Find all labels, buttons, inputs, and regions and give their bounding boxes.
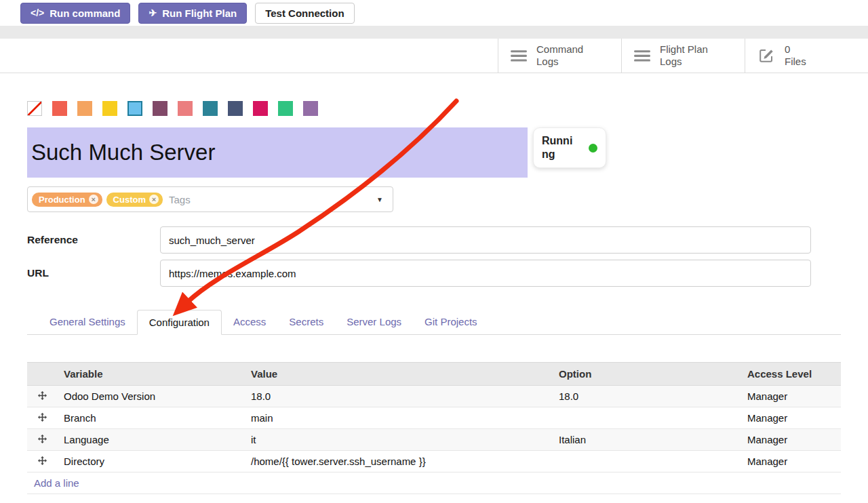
tags-input[interactable]: Production × Custom × Tags ▼ xyxy=(27,186,393,212)
color-swatch-purple[interactable] xyxy=(303,101,318,116)
tab-secrets[interactable]: Secrets xyxy=(277,310,335,334)
server-name-input[interactable]: Such Much Server xyxy=(27,127,528,178)
option-column-header: Option xyxy=(552,363,741,386)
color-picker xyxy=(27,100,841,117)
cell-value[interactable]: 18.0 xyxy=(244,386,552,407)
tag-custom-label: Custom xyxy=(113,195,146,205)
cell-variable[interactable]: Odoo Demo Version xyxy=(57,386,244,407)
add-line-row: Add a line xyxy=(27,472,841,494)
run-command-button[interactable]: </> Run command xyxy=(20,3,130,24)
configuration-table: Variable Value Option Access Level Odoo … xyxy=(27,362,841,494)
color-swatch-none[interactable] xyxy=(27,101,42,116)
status-label: Running xyxy=(542,134,578,161)
remove-tag-icon[interactable]: × xyxy=(89,195,98,204)
test-connection-button[interactable]: Test Connection xyxy=(255,3,354,24)
flight-plan-logs-button[interactable]: Flight Plan Logs xyxy=(621,39,745,73)
dropdown-caret-icon[interactable]: ▼ xyxy=(376,196,383,203)
cell-access-level[interactable]: Manager xyxy=(741,451,841,472)
table-row[interactable]: Language it Italian Manager xyxy=(27,429,841,451)
top-toolbar: </> Run command ✈ Run Flight Plan Test C… xyxy=(0,0,868,26)
cell-option[interactable]: Italian xyxy=(552,429,741,451)
variable-column-header: Variable xyxy=(57,363,244,386)
edit-icon xyxy=(757,47,775,64)
drag-handle[interactable] xyxy=(27,407,57,429)
tab-general-settings[interactable]: General Settings xyxy=(38,310,137,334)
form-statusbar: Command Logs Flight Plan Logs 0 Files xyxy=(0,39,868,73)
move-icon xyxy=(38,456,47,465)
run-command-label: Run command xyxy=(50,7,120,19)
tag-production-label: Production xyxy=(39,195,85,205)
color-swatch-magenta[interactable] xyxy=(253,101,268,116)
table-row[interactable]: Branch main Manager xyxy=(27,407,841,429)
table-header-row: Variable Value Option Access Level xyxy=(27,363,841,386)
color-swatch-teal[interactable] xyxy=(203,101,218,116)
cell-value[interactable]: /home/{{ tower.server.ssh_username }} xyxy=(244,451,552,472)
plane-icon: ✈ xyxy=(149,7,157,18)
cell-variable[interactable]: Directory xyxy=(57,451,244,472)
color-swatch-yellow[interactable] xyxy=(102,101,117,116)
color-swatch-salmon[interactable] xyxy=(178,101,193,116)
status-running-dot xyxy=(589,144,597,153)
url-label: URL xyxy=(27,267,160,279)
url-field-row: URL xyxy=(27,260,841,287)
tag-production: Production × xyxy=(32,193,102,207)
move-icon xyxy=(38,391,47,400)
form-sheet: Such Much Server Running Production × Cu… xyxy=(0,100,868,494)
reference-field-row: Reference xyxy=(27,226,841,254)
add-a-line-link[interactable]: Add a line xyxy=(34,477,79,489)
color-swatch-navy[interactable] xyxy=(228,101,243,116)
reference-input[interactable] xyxy=(160,226,811,254)
tab-server-logs[interactable]: Server Logs xyxy=(335,310,413,334)
drag-handle[interactable] xyxy=(27,451,57,472)
tags-placeholder: Tags xyxy=(169,194,191,205)
tab-access[interactable]: Access xyxy=(222,310,277,334)
tab-git-projects[interactable]: Git Projects xyxy=(413,310,489,334)
color-swatch-red[interactable] xyxy=(52,101,67,116)
files-button[interactable]: 0 Files xyxy=(745,39,868,73)
cell-variable[interactable]: Language xyxy=(57,429,244,451)
cell-variable[interactable]: Branch xyxy=(57,407,244,429)
url-input[interactable] xyxy=(160,260,811,287)
bars-icon xyxy=(634,49,650,62)
color-swatch-cyan-selected[interactable] xyxy=(127,101,142,116)
move-icon xyxy=(38,413,47,422)
test-connection-label: Test Connection xyxy=(265,7,344,19)
cell-access-level[interactable]: Manager xyxy=(741,407,841,429)
cell-value[interactable]: it xyxy=(244,429,552,451)
tab-configuration[interactable]: Configuration xyxy=(137,310,222,335)
cell-value[interactable]: main xyxy=(244,407,552,429)
command-logs-label: Command Logs xyxy=(536,43,583,67)
cell-access-level[interactable]: Manager xyxy=(741,429,841,451)
color-swatch-orange[interactable] xyxy=(77,101,92,116)
drag-handle[interactable] xyxy=(27,386,57,407)
separator-strip xyxy=(0,26,868,39)
status-badge[interactable]: Running xyxy=(533,127,606,168)
cell-option[interactable]: 18.0 xyxy=(552,386,741,407)
cell-access-level[interactable]: Manager xyxy=(741,386,841,407)
handle-column-header xyxy=(27,363,57,386)
table-row[interactable]: Directory /home/{{ tower.server.ssh_user… xyxy=(27,451,841,472)
run-flight-plan-label: Run Flight Plan xyxy=(162,7,237,19)
notebook-tabs: General Settings Configuration Access Se… xyxy=(27,310,841,335)
cell-option[interactable] xyxy=(552,451,741,472)
run-flight-plan-button[interactable]: ✈ Run Flight Plan xyxy=(138,3,247,24)
table-row[interactable]: Odoo Demo Version 18.0 18.0 Manager xyxy=(27,386,841,407)
title-row: Such Much Server Running xyxy=(27,127,841,178)
access-level-column-header: Access Level xyxy=(741,363,841,386)
color-swatch-maroon[interactable] xyxy=(153,101,167,116)
cell-option[interactable] xyxy=(552,407,741,429)
command-logs-button[interactable]: Command Logs xyxy=(498,39,621,73)
color-swatch-green[interactable] xyxy=(278,101,293,116)
code-icon: </> xyxy=(31,7,44,18)
fields-group: Reference URL xyxy=(27,226,841,287)
tag-custom: Custom × xyxy=(106,193,163,207)
remove-tag-icon[interactable]: × xyxy=(149,195,159,204)
drag-handle[interactable] xyxy=(27,429,57,451)
move-icon xyxy=(38,435,47,443)
reference-label: Reference xyxy=(27,234,160,246)
files-label: 0 Files xyxy=(785,43,806,67)
flight-plan-logs-label: Flight Plan Logs xyxy=(660,43,708,67)
value-column-header: Value xyxy=(244,363,552,386)
bars-icon xyxy=(511,49,527,62)
